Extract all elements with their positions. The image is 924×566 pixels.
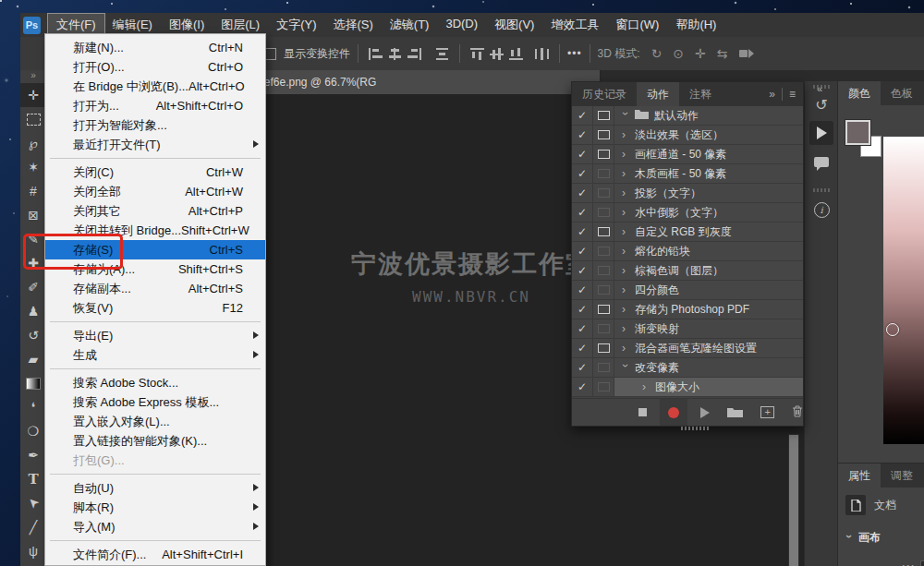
action-name-cell[interactable]: ›熔化的铅块 [614, 242, 803, 260]
action-name-cell[interactable]: ›水中倒影（文字） [614, 203, 803, 222]
modal-toggle-icon[interactable] [593, 319, 614, 338]
align-left-icon[interactable] [369, 48, 383, 60]
panel-menu-icon[interactable]: ≡ [789, 88, 796, 101]
check-icon[interactable]: ✓ [572, 358, 593, 377]
check-icon[interactable]: ✓ [572, 164, 593, 183]
chevron-down-icon[interactable]: › [619, 112, 632, 119]
chevron-right-icon[interactable]: › [622, 245, 629, 258]
menubar-item[interactable]: 选择(S) [324, 14, 381, 36]
modal-toggle-icon[interactable] [593, 184, 614, 202]
menubar-item[interactable]: 窗口(W) [607, 14, 667, 36]
file-menu-item[interactable]: 最近打开文件(T) [45, 135, 265, 154]
modal-toggle-icon[interactable] [593, 126, 614, 144]
tab-历史记录[interactable]: 历史记录 [572, 82, 637, 106]
action-set-row[interactable]: ✓›默认动作 [572, 106, 803, 126]
action-name-cell[interactable]: ›木质画框 - 50 像素 [614, 164, 803, 183]
history-brush-tool[interactable]: ↺ [20, 323, 46, 347]
panel-flyout-icon[interactable]: » [769, 88, 775, 101]
eraser-tool[interactable]: ▰ [20, 347, 46, 371]
modal-toggle-icon[interactable] [593, 300, 614, 319]
chevron-right-icon[interactable]: › [622, 128, 629, 141]
file-menu-item[interactable]: 存储副本...Alt+Ctrl+S [45, 279, 265, 298]
brush-tool[interactable]: ✐ [20, 275, 46, 299]
action-name-cell[interactable]: ›默认动作 [614, 106, 803, 125]
action-name-cell[interactable]: ›渐变映射 [614, 319, 803, 338]
3d-slide-icon[interactable]: ⇆ [717, 46, 728, 61]
3d-roll-icon[interactable]: ⊙ [673, 46, 684, 61]
chevron-right-icon[interactable]: › [642, 380, 650, 393]
delete-icon[interactable] [792, 404, 803, 421]
chevron-right-icon[interactable]: › [622, 264, 629, 277]
pen-tool[interactable]: ✒ [20, 443, 46, 467]
crop-tool[interactable]: # [20, 179, 46, 203]
3d-orbit-icon[interactable]: ↻ [651, 46, 663, 61]
modal-toggle-icon[interactable] [593, 164, 614, 183]
align-bottom-icon[interactable] [509, 48, 523, 60]
file-menu-item[interactable]: 关闭全部Alt+Ctrl+W [45, 182, 265, 201]
check-icon[interactable]: ✓ [572, 339, 593, 357]
file-menu-item[interactable]: 新建(N)...Ctrl+N [45, 38, 265, 57]
color-gradient-field[interactable] [883, 137, 924, 444]
file-menu-item[interactable]: 打开为智能对象... [45, 115, 265, 135]
action-row[interactable]: ✓›画框通道 - 50 像素 [572, 145, 803, 164]
align-right-icon[interactable] [407, 48, 421, 60]
action-row[interactable]: ✓›混合器画笔克隆绘图设置 [572, 339, 803, 358]
magic-wand-tool[interactable]: ✶ [20, 155, 46, 179]
chevron-right-icon[interactable]: › [622, 342, 629, 355]
file-menu-item[interactable]: 打包(G)... [45, 451, 265, 470]
menubar-item[interactable]: 增效工具 [542, 14, 607, 36]
check-icon[interactable]: ✓ [572, 145, 593, 163]
dodge-tool[interactable]: ❍ [20, 419, 46, 443]
menubar-item[interactable]: 视图(V) [486, 14, 542, 36]
file-menu-item[interactable]: 在 Bridge 中浏览(B)...Alt+Ctrl+O [45, 77, 265, 96]
new-action-icon[interactable]: + [760, 406, 774, 418]
foreground-color-swatch[interactable] [845, 120, 870, 145]
chevron-right-icon[interactable]: › [622, 167, 629, 180]
align-v-center-icon[interactable] [490, 48, 504, 60]
modal-toggle-icon[interactable] [593, 339, 614, 357]
chevron-right-icon[interactable]: › [622, 148, 629, 161]
file-menu-item[interactable]: 搜索 Adobe Express 模板... [45, 392, 265, 412]
canvas-vscrollbar[interactable] [788, 434, 799, 566]
move-tool[interactable]: ✛ [20, 83, 46, 107]
check-icon[interactable]: ✓ [572, 203, 593, 222]
check-icon[interactable]: ✓ [572, 261, 593, 280]
chevron-right-icon[interactable]: › [622, 303, 629, 316]
check-icon[interactable]: ✓ [572, 242, 593, 260]
modal-toggle-icon[interactable] [593, 242, 614, 260]
play-icon[interactable] [700, 407, 710, 418]
action-row[interactable]: ✓›熔化的铅块 [572, 242, 803, 261]
lasso-tool[interactable]: ℘ [20, 131, 46, 155]
distribute-h-center-icon[interactable] [535, 48, 549, 60]
modal-toggle-icon[interactable] [593, 261, 614, 280]
stop-icon[interactable] [638, 408, 647, 416]
action-row[interactable]: ✓›木质画框 - 50 像素 [572, 164, 803, 184]
action-row[interactable]: ✓›存储为 Photoshop PDF [572, 300, 803, 319]
gradient-tool[interactable] [20, 371, 46, 395]
file-menu-item[interactable]: 文件简介(F)...Alt+Shift+Ctrl+I [45, 545, 265, 564]
modal-toggle-icon[interactable] [593, 223, 614, 241]
action-row[interactable]: ✓›淡出效果（选区） [572, 126, 803, 145]
chevron-down-icon[interactable]: › [619, 364, 632, 371]
file-menu-item[interactable]: 脚本(R) [45, 498, 265, 517]
notes-panel-icon[interactable] [805, 148, 838, 175]
path-select-tool[interactable]: ➤ [20, 491, 46, 515]
check-icon[interactable]: ✓ [572, 319, 593, 338]
chevron-right-icon[interactable]: › [622, 225, 629, 238]
chevron-right-icon[interactable]: › [622, 206, 629, 219]
check-icon[interactable]: ✓ [572, 223, 593, 241]
modal-toggle-icon[interactable] [593, 358, 614, 377]
check-icon[interactable]: ✓ [572, 184, 593, 202]
history-panel-icon[interactable]: ↺ [805, 90, 838, 118]
action-row[interactable]: ✓›水中倒影（文字） [572, 203, 803, 223]
file-menu-item[interactable]: 导入(M) [45, 517, 265, 536]
panel-resize-grip[interactable] [681, 427, 709, 430]
modal-toggle-icon[interactable] [593, 203, 614, 222]
action-row[interactable]: ✓›四分颜色 [572, 281, 803, 300]
line-tool[interactable]: ╱ [20, 515, 46, 539]
modal-toggle-icon[interactable] [593, 281, 614, 299]
3d-pan-icon[interactable]: ✛ [695, 46, 706, 61]
hand-tool[interactable]: ψ [20, 539, 46, 563]
color-picker-circle[interactable] [886, 323, 899, 336]
menubar-item[interactable]: 帮助(H) [667, 14, 724, 36]
